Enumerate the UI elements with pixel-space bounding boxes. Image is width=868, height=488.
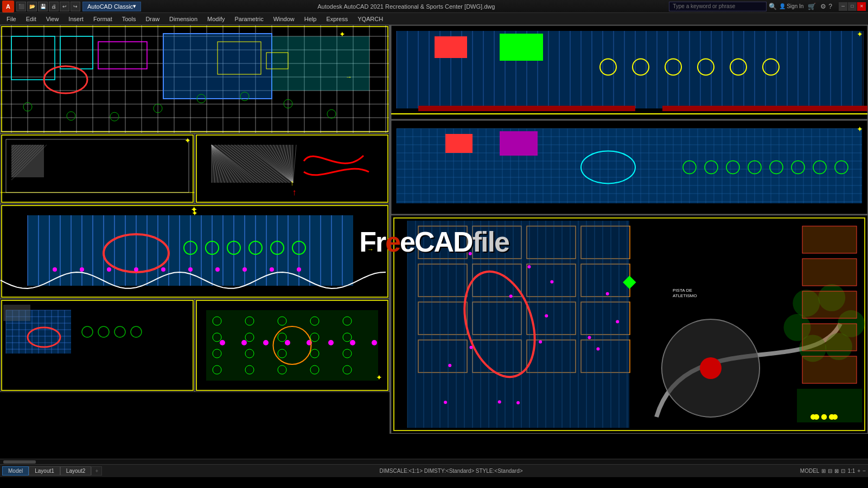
cart-icon[interactable]: 🛒 xyxy=(808,3,816,10)
viewport-6[interactable]: ✦ xyxy=(195,299,390,392)
menu-parametric[interactable]: Parametric xyxy=(230,15,267,23)
search-input[interactable] xyxy=(669,2,767,11)
viewport-3[interactable]: ↑ xyxy=(195,133,390,204)
settings-icon[interactable]: ⚙ xyxy=(820,3,826,10)
cad-canvas-3 xyxy=(195,134,389,203)
toolbar-btn-2[interactable]: 📂 xyxy=(27,2,37,11)
star-marker-1: ✦ xyxy=(339,30,346,38)
zoom-out-icon[interactable]: − xyxy=(863,468,866,474)
cad-canvas-8 xyxy=(391,120,867,214)
status-info: DIMSCALE:<1:1> DIMSTY:<Standard> STYLE:<… xyxy=(106,468,796,474)
app-title: Autodesk AutoCAD 2021 Recreational & Spo… xyxy=(143,3,669,10)
viewport-1[interactable]: ✦ xyxy=(0,25,390,133)
menu-express[interactable]: Express xyxy=(322,15,352,23)
menu-window[interactable]: Window xyxy=(269,15,299,23)
grid-icon[interactable]: ⊞ xyxy=(821,468,826,474)
zoom-in-icon[interactable]: + xyxy=(857,468,860,474)
green-diamond-marker: ◆ xyxy=(623,271,636,291)
menu-edit[interactable]: Edit xyxy=(22,15,41,23)
menu-yqarch[interactable]: YQARCH xyxy=(353,15,387,23)
cad-canvas-4 xyxy=(1,204,389,298)
autocad-logo: A xyxy=(2,1,14,12)
toolbar-btn-1[interactable]: ⬛ xyxy=(16,2,26,11)
menu-modify[interactable]: Modify xyxy=(203,15,229,23)
cad-canvas-2 xyxy=(1,134,194,203)
title-bar: A ⬛ 📂 💾 🖨 ↩ ↪ AutoCAD Classic ▾ Autodesk… xyxy=(0,0,868,13)
toolbar-btn-print[interactable]: 🖨 xyxy=(49,2,59,11)
menu-file[interactable]: File xyxy=(2,15,21,23)
minimize-button[interactable]: ─ xyxy=(839,2,847,11)
toolbar-btn-redo[interactable]: ↪ xyxy=(71,2,80,11)
menu-help[interactable]: Help xyxy=(300,15,321,23)
snap-icon[interactable]: ⊠ xyxy=(834,468,839,474)
grid2-icon[interactable]: ⊟ xyxy=(828,468,832,474)
left-panel: ✦ ✦ ↑ ✦ ✦ xyxy=(0,25,391,434)
tab-layout1[interactable]: Layout1 xyxy=(29,466,60,476)
status-bar: Model Layout1 Layout2 + DIMSCALE:<1:1> D… xyxy=(0,464,868,477)
menu-bar: File Edit View Insert Format Tools Draw … xyxy=(0,13,868,25)
close-button[interactable]: ✕ xyxy=(857,2,866,11)
viewport-right-top[interactable]: ✦ xyxy=(391,25,868,120)
cad-canvas-6 xyxy=(195,299,389,391)
menu-tools[interactable]: Tools xyxy=(118,15,141,23)
sign-in-button[interactable]: 👤 Sign In xyxy=(779,3,803,9)
zoom-label: 1:1 xyxy=(847,468,855,474)
menu-format[interactable]: Format xyxy=(89,15,117,23)
star-marker-4: ✦ xyxy=(192,209,198,217)
arrow-marker: ↑ xyxy=(290,178,294,187)
star-marker-6: ✦ xyxy=(376,373,382,382)
menu-dimension[interactable]: Dimension xyxy=(165,15,202,23)
help-icon[interactable]: ? xyxy=(828,3,832,10)
viewport-right-large[interactable]: ◆ xyxy=(391,215,868,434)
toolbar-btn-undo[interactable]: ↩ xyxy=(60,2,69,11)
status-right: MODEL ⊞ ⊟ ⊠ ⊡ 1:1 + − xyxy=(800,468,866,474)
cad-canvas-1 xyxy=(1,25,389,133)
ortho-icon[interactable]: ⊡ xyxy=(841,468,845,474)
toolbar-btn-3[interactable]: 💾 xyxy=(38,2,48,11)
star-marker-7: ✦ xyxy=(857,30,863,38)
model-label: MODEL xyxy=(800,468,820,474)
cad-canvas-9 xyxy=(391,215,867,433)
viewport-right-mid[interactable]: ✦ xyxy=(391,120,868,215)
viewport-4[interactable]: ✦ xyxy=(0,204,390,299)
star-marker-8: ✦ xyxy=(857,125,863,133)
menu-draw[interactable]: Draw xyxy=(141,15,164,23)
scrollbar-thumb-h[interactable] xyxy=(3,460,36,464)
menu-insert[interactable]: Insert xyxy=(64,15,88,23)
add-layout-button[interactable]: + xyxy=(91,466,102,476)
viewport-2[interactable]: ✦ xyxy=(0,133,195,204)
h-scrollbar[interactable] xyxy=(0,459,868,464)
drawing-area: Free CADfile ✦ ✦ ↑ ✦ xyxy=(0,25,868,459)
star-marker-2: ✦ xyxy=(184,136,191,145)
cad-canvas-7 xyxy=(391,25,867,119)
layout-tabs: Model Layout1 Layout2 + xyxy=(2,466,102,476)
viewport-row-2: ✦ ↑ xyxy=(0,133,390,204)
maximize-button[interactable]: □ xyxy=(848,2,857,11)
viewport-5[interactable] xyxy=(0,299,195,392)
cad-canvas-5 xyxy=(1,299,194,391)
tab-model[interactable]: Model xyxy=(2,466,29,476)
right-panel: ✦ ✦ ◆ xyxy=(391,25,868,459)
workspace-selector[interactable]: AutoCAD Classic ▾ xyxy=(82,2,141,11)
viewport-row-5: ✦ xyxy=(0,299,390,392)
tab-layout2[interactable]: Layout2 xyxy=(60,466,92,476)
search-icon[interactable]: 🔍 xyxy=(769,3,777,10)
menu-view[interactable]: View xyxy=(42,15,63,23)
